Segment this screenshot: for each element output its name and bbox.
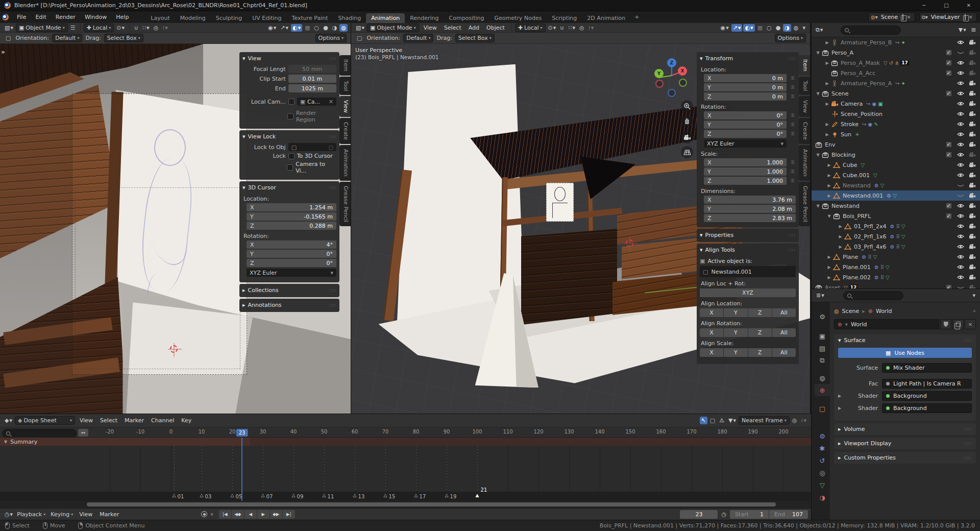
filter-dropdown[interactable]: ▼▾	[957, 26, 968, 34]
axis-field-y[interactable]: Y0°	[247, 250, 336, 258]
disable-render-toggle[interactable]	[966, 203, 978, 209]
axis-field-y[interactable]: Y2.08 m	[704, 205, 796, 213]
workspace-tab-scripting[interactable]: Scripting	[547, 13, 582, 23]
axis-field-y[interactable]: Y0°	[704, 120, 787, 129]
snap-toggle[interactable]: ∪	[133, 24, 140, 32]
only-errors-icon[interactable]: ⚠	[718, 417, 726, 424]
disable-render-toggle[interactable]	[966, 264, 978, 270]
axis-field-y[interactable]: Y0 m	[704, 83, 787, 91]
expand-icon[interactable]: ▶	[826, 163, 832, 167]
outliner-row-cube-001[interactable]: ▶Cube.001▽	[812, 170, 980, 180]
exclude-checkbox[interactable]: ✓	[946, 60, 952, 66]
workspace-tab-modeling[interactable]: Modeling	[175, 13, 211, 23]
axis-field-x[interactable]: X1.000	[704, 158, 787, 166]
properties-tab-object[interactable]: ▢	[815, 402, 830, 415]
dopesheet-menu-channel[interactable]: Channel	[148, 417, 178, 424]
axis-field-x[interactable]: X0 m	[704, 74, 787, 82]
align-location-all[interactable]: All	[772, 308, 796, 317]
outliner-row-blocking[interactable]: ▼Blocking✓	[812, 150, 980, 160]
menus-collapsed-icon[interactable]: ☰	[69, 24, 77, 32]
channel-search-input[interactable]	[2, 429, 77, 438]
local-camera-checkbox[interactable]	[288, 99, 295, 105]
viewport-menu-select[interactable]: Select	[440, 24, 465, 32]
expand-icon[interactable]: ▶	[837, 245, 844, 249]
align-location-y[interactable]: Y	[724, 308, 747, 317]
outliner-row-newstand[interactable]: ▶Newstand⚙▽	[812, 180, 980, 190]
exclude-checkbox[interactable]: ✓	[946, 141, 952, 148]
properties-tab-world[interactable]: ⊕	[815, 384, 830, 396]
camera-view-button[interactable]	[681, 131, 693, 143]
toolbar-expand-icon[interactable]: »	[1, 48, 5, 56]
disable-render-toggle[interactable]	[966, 284, 978, 288]
snap-toggle[interactable]: ∪	[558, 24, 566, 32]
hide-viewport-toggle[interactable]	[954, 223, 966, 229]
workspace-tab-shading[interactable]: Shading	[333, 13, 366, 23]
hide-viewport-toggle[interactable]	[954, 131, 966, 137]
timeline-menu-playback[interactable]: Playback▾	[14, 511, 48, 518]
lock-icon[interactable]: ⚿	[790, 131, 796, 137]
timeline-marker-13[interactable]: △13	[353, 493, 357, 498]
exclude-checkbox[interactable]: ✓	[946, 284, 952, 288]
align-location-z[interactable]: Z	[748, 308, 772, 317]
disable-render-toggle[interactable]	[966, 90, 978, 96]
outliner-row-bois-prfl[interactable]: ▼Bois_PRFL✓	[812, 211, 980, 221]
disable-render-toggle[interactable]	[966, 101, 978, 107]
playhead-line[interactable]	[241, 438, 242, 501]
expand-icon[interactable]: ▶	[826, 183, 832, 188]
timeline-marker-07[interactable]: △07	[261, 493, 265, 498]
sidebar-tab-create[interactable]: Create	[799, 118, 810, 144]
axis-field-z[interactable]: Z2.83 m	[704, 214, 796, 222]
disable-render-toggle[interactable]	[966, 60, 978, 66]
properties-tab-constraints[interactable]: ◎	[815, 467, 830, 479]
disable-render-toggle[interactable]	[966, 121, 978, 127]
shading-solid-button[interactable]: ●	[774, 24, 782, 32]
camera-view-canvas[interactable]: » ▾View∷∷ Focal Lengt50 mm Clip Start0.0…	[0, 44, 351, 414]
properties-subpanel[interactable]: ▾Properties∷∷	[697, 229, 799, 242]
properties-tab-scene[interactable]: ◍	[815, 372, 830, 384]
auto-keying-toggle[interactable]	[200, 511, 209, 518]
options-dropdown[interactable]: Options▾	[315, 34, 347, 42]
options-dropdown[interactable]: Options▾	[775, 34, 806, 42]
scene-selector[interactable]: ◍▾ Scene ✕	[868, 12, 915, 22]
shading-rendered-button[interactable]: ◍	[792, 24, 800, 32]
axis-field-y[interactable]: Y1.000	[704, 167, 787, 176]
hide-viewport-toggle[interactable]	[954, 70, 966, 76]
outliner-row-02-prfl-1x6[interactable]: ▶02_Prfl_1x6⚙⠿▽	[812, 231, 980, 242]
breadcrumb-scene[interactable]: Scene	[842, 308, 860, 315]
shading-settings-dropdown[interactable]: ▾	[801, 24, 807, 32]
copy-datablock-button[interactable]	[952, 319, 964, 329]
sidebar-tab-item[interactable]: Item	[799, 55, 810, 76]
use-preview-range-toggle[interactable]: ◷	[720, 511, 728, 518]
pan-button[interactable]	[681, 114, 693, 127]
tool-drag-dropdown[interactable]: Select Box▾	[455, 34, 495, 42]
workspace-tab-compositing[interactable]: Compositing	[444, 13, 489, 23]
viewlayer-copy-icon[interactable]	[965, 14, 966, 20]
hide-viewport-toggle[interactable]	[954, 101, 966, 107]
axis-field-z[interactable]: Z0°	[247, 259, 336, 267]
sidebar-tab-view[interactable]: View	[799, 96, 810, 117]
panel-collections[interactable]: ▸Collections∷∷	[239, 284, 339, 297]
outliner-row-armature-perso-a[interactable]: ▶Armature_Perso_A↪✦	[812, 78, 980, 88]
menu-window[interactable]: Window	[80, 12, 111, 22]
workspace-tab-geometry-nodes[interactable]: Geometry Nodes	[489, 13, 547, 23]
sidebar-tab-grease-pencil[interactable]: Grease Pencil	[339, 182, 351, 226]
axis-field-z[interactable]: Z0°	[704, 130, 787, 138]
transform-orientation-dropdown[interactable]: ✚Local▾	[84, 23, 114, 32]
panel-collapse-icon[interactable]: ▾	[242, 55, 246, 62]
dopesheet-menu-select[interactable]: Select	[96, 417, 121, 424]
timeline-marker-05[interactable]: △05	[231, 493, 234, 498]
maximize-button[interactable]: □	[935, 0, 958, 11]
lock-icon[interactable]: ⚿	[790, 160, 796, 165]
axis-field-z[interactable]: Z1.000	[704, 177, 787, 185]
workspace-tab-rendering[interactable]: Rendering	[405, 13, 444, 23]
viewlayer-selector[interactable]: ⧉▾ ViewLayer ✕	[919, 12, 977, 22]
outliner-row-plane-002[interactable]: ▶Plane.002⚙⠿▽	[812, 272, 980, 282]
timeline-marker-19[interactable]: △19	[445, 493, 449, 498]
horizontal-scrollbar[interactable]	[0, 501, 811, 508]
outliner-row-newstand-001[interactable]: ▶Newstand.001⚙▽	[812, 190, 980, 201]
sidebar-tab-animation[interactable]: Animation	[799, 145, 810, 181]
viewport-menu-add[interactable]: Add	[465, 24, 483, 32]
hide-viewport-toggle[interactable]	[954, 50, 966, 56]
panel-collapse-icon[interactable]: ▾	[700, 55, 703, 62]
hide-viewport-toggle[interactable]	[954, 182, 966, 188]
